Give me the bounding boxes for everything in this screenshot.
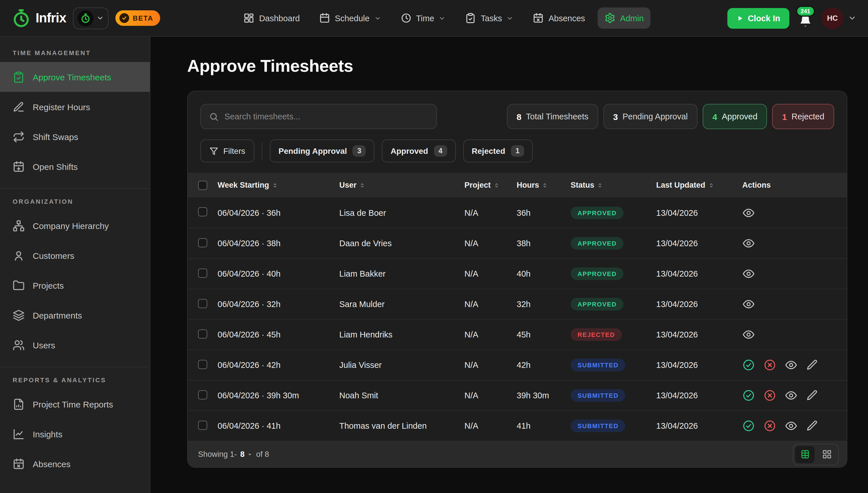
- view-button[interactable]: [785, 420, 798, 432]
- table-header: Week Starting User Project Hours: [188, 173, 847, 197]
- view-button[interactable]: [785, 359, 798, 371]
- nav-label: Absences: [549, 14, 585, 23]
- filter-chip-pending[interactable]: Pending Approval 3: [270, 140, 374, 163]
- sort-icon: [708, 181, 714, 189]
- reject-button[interactable]: [763, 420, 776, 432]
- sidebar-item-company-hierarchy[interactable]: Company Hierarchy: [0, 211, 150, 240]
- table-row: 06/04/2026 · 45h Liam Hendriks N/A 45h R…: [188, 319, 847, 349]
- row-actions: [742, 267, 847, 280]
- row-last-updated: 13/04/2026: [656, 391, 742, 400]
- user-menu[interactable]: HC: [822, 7, 856, 29]
- page-size-value: 8: [240, 450, 245, 458]
- edit-button[interactable]: [806, 420, 819, 432]
- row-checkbox[interactable]: [198, 421, 207, 430]
- row-week: 06/04/2026 · 45h: [217, 330, 339, 339]
- clock-icon: [400, 13, 411, 23]
- view-button[interactable]: [785, 389, 798, 402]
- chevron-down-icon: [374, 15, 381, 22]
- sidebar-item-departments[interactable]: Departments: [0, 300, 150, 330]
- sidebar-item-customers[interactable]: Customers: [0, 240, 150, 270]
- timer-dropdown[interactable]: [73, 7, 108, 29]
- row-checkbox[interactable]: [198, 329, 207, 338]
- sidebar-item-shift-swaps[interactable]: Shift Swaps: [0, 122, 150, 151]
- column-header-project[interactable]: Project: [464, 181, 517, 189]
- notifications-button[interactable]: 241: [799, 9, 812, 27]
- sidebar-item-project-time-reports[interactable]: Project Time Reports: [0, 389, 150, 419]
- column-header-user[interactable]: User: [339, 181, 464, 189]
- sort-icon: [272, 181, 278, 189]
- divider: [0, 188, 150, 189]
- stat-total-timesheets[interactable]: 8 Total Timesheets: [507, 104, 598, 129]
- filters-button[interactable]: Filters: [200, 140, 254, 163]
- table-view-button[interactable]: [795, 446, 814, 463]
- nav-item-absences[interactable]: Absences: [526, 7, 592, 29]
- beta-badge: BETA: [115, 10, 160, 26]
- nav-item-admin[interactable]: Admin: [598, 7, 651, 29]
- sidebar-item-projects[interactable]: Projects: [0, 270, 150, 300]
- edit-button[interactable]: [806, 389, 819, 402]
- divider: [0, 367, 150, 367]
- row-checkbox[interactable]: [198, 238, 207, 247]
- reject-button[interactable]: [763, 389, 776, 402]
- filter-chip-approved[interactable]: Approved 4: [382, 140, 456, 163]
- column-header-status[interactable]: Status: [571, 181, 656, 189]
- timer-clock-icon: [78, 10, 93, 26]
- clock-in-button[interactable]: Clock In: [727, 8, 789, 28]
- row-hours: 45h: [517, 330, 571, 339]
- sidebar-section-title: ORGANIZATION: [0, 198, 150, 205]
- filter-chip-count: 1: [511, 145, 524, 157]
- row-user: Noah Smit: [339, 391, 464, 400]
- view-button[interactable]: [742, 206, 755, 219]
- approve-button[interactable]: [742, 420, 755, 432]
- stat-pending-approval[interactable]: 3 Pending Approval: [604, 104, 698, 129]
- row-user: Thomas van der Linden: [339, 421, 464, 430]
- view-button[interactable]: [742, 328, 755, 341]
- approve-button[interactable]: [742, 389, 755, 402]
- nav-item-tasks[interactable]: Tasks: [459, 7, 521, 29]
- row-week: 06/04/2026 · 32h: [217, 300, 339, 309]
- filter-chip-label: Pending Approval: [278, 146, 347, 155]
- sidebar-item-approve-timesheets[interactable]: Approve Timesheets: [0, 62, 150, 92]
- sidebar-item-absences[interactable]: Absences: [0, 449, 150, 479]
- app-root: Infrix BETA Dashboard: [0, 0, 868, 493]
- sidebar-item-users[interactable]: Users: [0, 330, 150, 360]
- column-header-week-starting[interactable]: Week Starting: [217, 181, 339, 189]
- view-button[interactable]: [742, 237, 755, 250]
- column-label: Project: [464, 181, 491, 189]
- row-checkbox[interactable]: [198, 268, 207, 278]
- stat-rejected[interactable]: 1 Rejected: [772, 104, 834, 129]
- row-checkbox[interactable]: [198, 360, 207, 369]
- grid-view-icon: [822, 449, 831, 459]
- stat-approved[interactable]: 4 Approved: [703, 104, 767, 129]
- row-last-updated: 13/04/2026: [656, 330, 742, 339]
- sidebar-item-register-hours[interactable]: Register Hours: [0, 92, 150, 122]
- row-checkbox[interactable]: [198, 299, 207, 308]
- select-all-checkbox[interactable]: [198, 180, 207, 190]
- approve-button[interactable]: [742, 359, 755, 371]
- sort-icon: [597, 181, 603, 189]
- column-header-hours[interactable]: Hours: [517, 181, 571, 189]
- row-checkbox[interactable]: [198, 207, 207, 216]
- nav-item-schedule[interactable]: Schedule: [313, 7, 388, 29]
- edit-button[interactable]: [806, 359, 819, 371]
- sidebar-item-open-shifts[interactable]: Open Shifts: [0, 151, 150, 181]
- nav-item-dashboard[interactable]: Dashboard: [237, 7, 307, 29]
- search-box: [200, 104, 437, 129]
- nav-item-time[interactable]: Time: [394, 7, 452, 29]
- reject-button[interactable]: [763, 359, 776, 371]
- sort-icon: [359, 181, 365, 189]
- grid-view-button[interactable]: [817, 446, 837, 463]
- filter-chip-rejected[interactable]: Rejected 1: [463, 140, 533, 163]
- calendar-plus-icon: [13, 160, 25, 172]
- view-button[interactable]: [742, 267, 755, 280]
- view-button[interactable]: [742, 298, 755, 310]
- row-project: N/A: [464, 208, 517, 217]
- table-row: 06/04/2026 · 39h 30m Noah Smit N/A 39h 3…: [188, 380, 847, 410]
- search-input[interactable]: [225, 112, 428, 121]
- sidebar-section-title: TIME MANAGEMENT: [0, 49, 150, 56]
- sidebar-item-insights[interactable]: Insights: [0, 419, 150, 449]
- page-size-dropdown[interactable]: 8: [240, 450, 253, 458]
- filter-chip-count: 4: [434, 145, 447, 157]
- row-checkbox[interactable]: [198, 390, 207, 399]
- column-header-last-updated[interactable]: Last Updated: [656, 181, 742, 189]
